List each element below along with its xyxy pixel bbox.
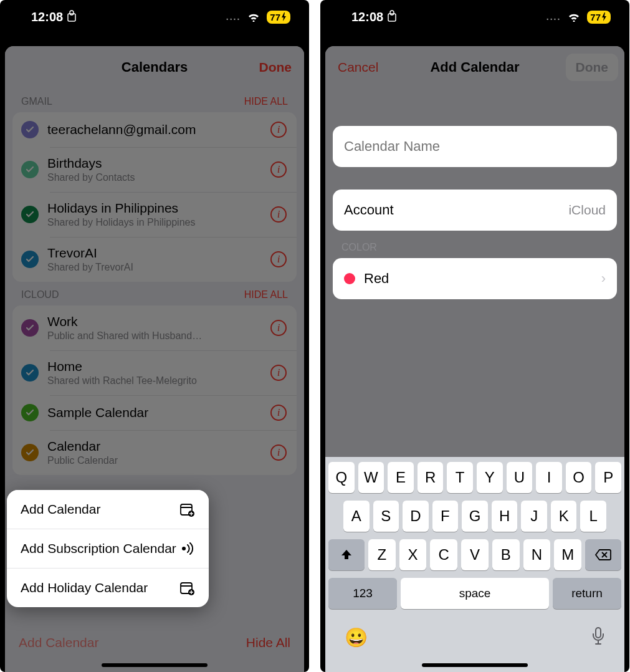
lock-icon [387, 9, 397, 25]
calendar-name: Work [47, 314, 262, 329]
key-f[interactable]: F [432, 501, 459, 532]
wifi-icon [567, 12, 581, 22]
calendar-row[interactable]: WorkPublic and Shared with Husband… i [12, 305, 297, 350]
battery-badge: 77 [267, 11, 290, 24]
key-l[interactable]: L [580, 501, 606, 532]
color-section: Red › [333, 258, 617, 299]
emoji-button[interactable]: 😀 [345, 626, 368, 650]
color-row[interactable]: Red › [333, 258, 617, 299]
calendar-row[interactable]: BirthdaysShared by Contacts i [12, 147, 297, 192]
popup-item[interactable]: Add Holiday Calendar [7, 568, 209, 607]
calendar-name: TrevorAI [47, 246, 262, 261]
key-t[interactable]: T [447, 462, 473, 493]
key-o[interactable]: O [566, 462, 592, 493]
info-icon[interactable]: i [270, 206, 287, 223]
key-w[interactable]: W [358, 462, 384, 493]
info-icon[interactable]: i [270, 122, 287, 138]
calendar-name: Birthdays [47, 156, 262, 171]
section-header-label: ICLOUD [21, 289, 59, 300]
calendar-row[interactable]: HomeShared with Rachel Tee-Melegrito i [12, 350, 297, 395]
key-a[interactable]: A [343, 501, 370, 532]
calendar-name: Holidays in Philippines [47, 201, 262, 216]
key-delete[interactable] [585, 539, 621, 570]
key-shift[interactable] [328, 539, 365, 570]
hide-all-link[interactable]: HIDE ALL [244, 96, 288, 107]
info-icon[interactable]: i [270, 251, 287, 267]
key-z[interactable]: Z [368, 539, 396, 570]
calendar-sub: Shared by Holidays in Philippines [47, 217, 262, 228]
popup-label: Add Subscription Calendar [21, 541, 176, 556]
checkmark-icon [21, 444, 39, 461]
phone-left: 12:08 .... 77 Calendars Done GMAILHIDE A… [0, 0, 309, 672]
calendar-plus-icon [179, 501, 195, 517]
cellular-dots: .... [546, 12, 561, 22]
checkmark-icon [21, 404, 39, 421]
info-icon[interactable]: i [270, 320, 287, 336]
color-swatch [344, 273, 355, 284]
calendar-row[interactable]: Sample Calendar i [12, 395, 297, 430]
key-r[interactable]: R [418, 462, 444, 493]
info-icon[interactable]: i [270, 161, 287, 178]
info-icon[interactable]: i [270, 444, 287, 461]
key-b[interactable]: B [492, 539, 520, 570]
add-calendar-modal: Cancel Add Calendar Done Account iCloud … [325, 46, 624, 672]
svg-rect-11 [596, 628, 601, 638]
cellular-dots: .... [226, 12, 241, 22]
account-label: Account [344, 202, 394, 218]
popup-item[interactable]: Add Subscription Calendar [7, 529, 209, 568]
key-e[interactable]: E [388, 462, 414, 493]
calendar-row[interactable]: teerachelann@gmail.com i [12, 112, 297, 147]
name-section [333, 126, 617, 167]
hide-all-button[interactable]: Hide All [246, 635, 290, 650]
key-i[interactable]: I [536, 462, 562, 493]
info-icon[interactable]: i [270, 405, 287, 421]
key-n[interactable]: N [523, 539, 551, 570]
key-c[interactable]: C [430, 539, 457, 570]
key-return[interactable]: return [553, 578, 621, 609]
done-button[interactable]: Done [259, 60, 292, 75]
status-time: 12:08 [351, 10, 383, 24]
popup-label: Add Holiday Calendar [21, 580, 148, 595]
chevron-right-icon: › [601, 271, 606, 287]
key-s[interactable]: S [373, 501, 399, 532]
keyboard: QWERTYUIOP ASDFGHJKL ZXCVBNM 123 space r… [325, 457, 624, 672]
add-calendar-button[interactable]: Add Calendar [19, 635, 98, 650]
calendar-row[interactable]: Holidays in PhilippinesShared by Holiday… [12, 192, 297, 237]
section-header-label: GMAIL [21, 96, 52, 107]
checkmark-icon [21, 206, 39, 223]
key-space[interactable]: space [401, 578, 549, 609]
info-icon[interactable]: i [270, 365, 287, 381]
nav-title: Calendars [122, 59, 188, 75]
calendar-sub: Shared by TrevorAI [47, 262, 262, 273]
key-p[interactable]: P [595, 462, 621, 493]
popup-item[interactable]: Add Calendar [7, 490, 209, 529]
calendar-name-input[interactable] [344, 138, 606, 155]
key-v[interactable]: V [461, 539, 489, 570]
svg-point-5 [182, 547, 186, 550]
dictation-button[interactable] [591, 626, 605, 650]
battery-badge: 77 [587, 11, 611, 24]
key-x[interactable]: X [399, 539, 427, 570]
key-h[interactable]: H [492, 501, 518, 532]
key-y[interactable]: Y [477, 462, 503, 493]
account-row[interactable]: Account iCloud [333, 190, 617, 231]
cancel-button[interactable]: Cancel [338, 60, 378, 75]
key-q[interactable]: Q [328, 462, 355, 493]
key-u[interactable]: U [507, 462, 533, 493]
calendar-row[interactable]: TrevorAIShared by TrevorAI i [12, 237, 297, 282]
calendar-name: teerachelann@gmail.com [47, 122, 262, 137]
done-button[interactable]: Done [566, 54, 619, 81]
key-numbers[interactable]: 123 [328, 578, 397, 609]
popup-label: Add Calendar [21, 502, 100, 517]
checkmark-icon [21, 364, 39, 382]
key-m[interactable]: M [554, 539, 581, 570]
svg-rect-1 [70, 11, 74, 15]
calendar-row[interactable]: CalendarPublic Calendar i [12, 430, 297, 475]
hide-all-link[interactable]: HIDE ALL [244, 289, 288, 300]
key-d[interactable]: D [403, 501, 429, 532]
key-k[interactable]: K [551, 501, 577, 532]
key-g[interactable]: G [462, 501, 488, 532]
lock-icon [67, 9, 77, 25]
key-j[interactable]: J [521, 501, 547, 532]
color-section-header: COLOR [325, 231, 624, 258]
